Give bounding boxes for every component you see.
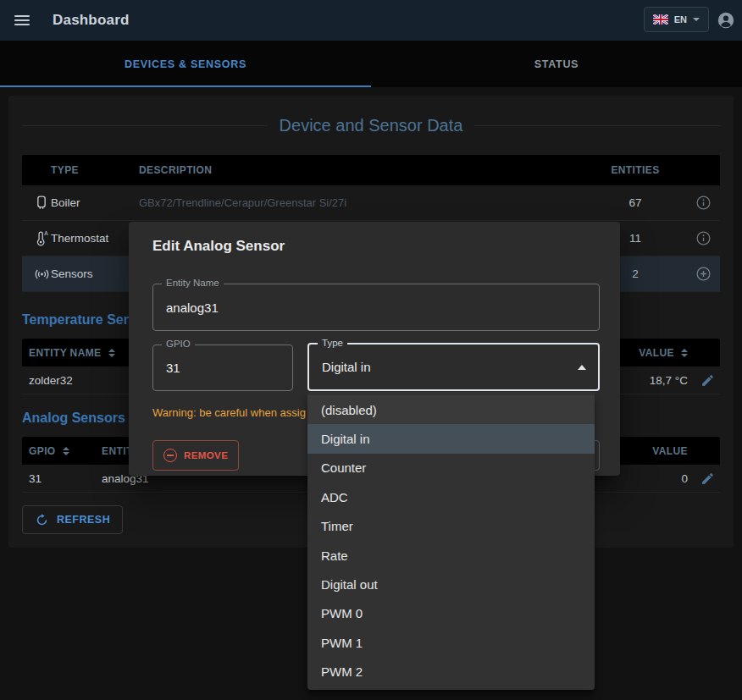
dropdown-option-rate[interactable]: Rate (307, 541, 595, 570)
device-type: Thermostat (51, 232, 139, 245)
dropdown-option-digital-in[interactable]: Digital in (307, 424, 595, 453)
remove-button[interactable]: REMOVE (152, 440, 239, 471)
dropdown-option-counter[interactable]: Counter (307, 454, 595, 482)
devices-table-header: TYPE DESCRIPTION ENTITIES (22, 155, 720, 185)
dialog-title: Edit Analog Sensor (129, 222, 620, 255)
refresh-button[interactable]: REFRESH (22, 505, 123, 534)
dropdown-option-pwm-0[interactable]: PWM 0 (307, 599, 595, 628)
tab-devices-sensors[interactable]: DEVICES & SENSORS (0, 41, 371, 87)
app-title: Dashboard (53, 12, 130, 29)
chevron-up-icon (578, 365, 586, 370)
tab-bar: DEVICES & SENSORS STATUS (0, 41, 742, 87)
app-bar: Dashboard EN (0, 0, 742, 41)
entity-name-input[interactable] (153, 284, 599, 330)
sort-icon (108, 349, 115, 357)
col-gpio[interactable]: GPIO (22, 445, 95, 457)
section-title-analog-sensors: Analog Sensors (22, 411, 125, 426)
sort-icon (681, 349, 688, 357)
remove-circle-icon (163, 449, 177, 462)
language-selector[interactable]: EN (644, 7, 709, 32)
page-title-row: Device and Sensor Data (22, 116, 720, 135)
chevron-down-icon (693, 18, 700, 21)
edit-icon[interactable] (695, 471, 720, 486)
entity-name-field: Entity Name (152, 284, 600, 331)
dropdown-option-timer[interactable]: Timer (307, 512, 595, 541)
gpio-field: GPIO (152, 344, 293, 391)
info-icon[interactable] (686, 195, 720, 211)
type-selected-value: Digital in (309, 344, 598, 389)
col-type: TYPE (51, 164, 139, 176)
edit-icon[interactable] (695, 373, 720, 388)
table-row-boiler[interactable]: Boiler GBx72/Trendline/Cerapur/Greenstar… (22, 185, 720, 221)
gpio-warning-text: Warning: be careful when assig (152, 406, 306, 419)
add-circle-icon[interactable] (686, 266, 720, 282)
device-type: Boiler (51, 196, 139, 209)
sensors-icon (22, 266, 51, 283)
dropdown-option-pwm-2[interactable]: PWM 2 (307, 658, 595, 686)
hamburger-menu-icon[interactable] (5, 3, 39, 37)
device-entities: 67 (584, 196, 686, 209)
thermostat-icon: A (22, 230, 51, 247)
type-select[interactable]: Type Digital in (307, 343, 600, 391)
dashboard-screen: Dashboard EN DEVICES & SE (0, 0, 742, 700)
gpio-input[interactable] (153, 345, 292, 390)
dropdown-option-digital-out[interactable]: Digital out (307, 570, 595, 598)
type-dropdown-menu: (disabled) Digital in Counter ADC Timer … (307, 392, 595, 690)
dropdown-option-adc[interactable]: ADC (307, 482, 595, 511)
sort-icon (63, 447, 69, 455)
refresh-icon (35, 513, 49, 527)
uk-flag-icon (653, 14, 668, 25)
col-entities: ENTITIES (584, 164, 686, 176)
language-code: EN (674, 14, 687, 25)
device-description: GBx72/Trendline/Cerapur/Greenstar Si/27i (139, 196, 584, 209)
gpio-number: 31 (22, 472, 95, 485)
col-description: DESCRIPTION (139, 164, 584, 176)
tab-status[interactable]: STATUS (371, 41, 742, 87)
boiler-icon (22, 195, 51, 212)
dropdown-option-pwm-1[interactable]: PWM 1 (307, 628, 595, 657)
page-title: Device and Sensor Data (280, 116, 463, 135)
account-icon[interactable] (717, 11, 735, 30)
device-type: Sensors (51, 267, 139, 280)
info-icon[interactable] (686, 230, 720, 246)
svg-text:A: A (44, 230, 48, 236)
dropdown-option-disabled[interactable]: (disabled) (307, 395, 595, 424)
